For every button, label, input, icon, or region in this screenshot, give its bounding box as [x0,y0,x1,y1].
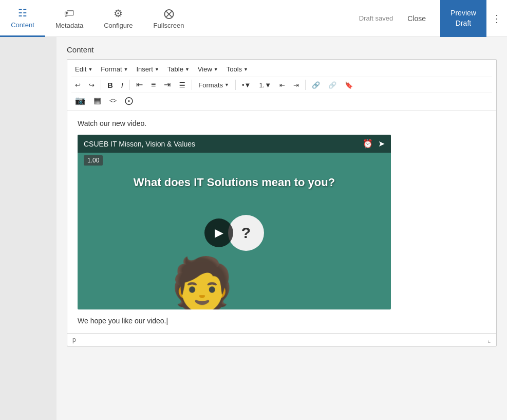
video-headline: What does IT Solutions mean to you? [78,176,391,189]
outdent-button[interactable]: ⇤ [276,80,289,90]
editor-body[interactable]: Watch our new video. CSUEB IT Misson, Vi… [67,111,496,333]
align-left-button[interactable]: ⇤ [133,79,146,91]
insert-caret: ▼ [155,67,159,72]
ordered-list-button[interactable]: 1.▼ [255,80,275,90]
divider-1 [101,80,101,90]
undo-button[interactable]: ↩ [71,80,84,90]
insert-media-button[interactable]: ▦ [90,95,105,107]
unordered-list-button[interactable]: •▼ [238,80,254,90]
italic-button[interactable]: I [118,79,127,91]
play-button[interactable]: ▶ [204,218,233,247]
bold-button[interactable]: B [104,79,117,91]
content-icon: ☷ [18,7,27,19]
toolbar-insert-row: 📷 ▦ <> ⨀ [71,93,492,108]
formats-caret: ▼ [224,82,229,87]
statusbar-tag: p [72,336,76,343]
source-code-button[interactable]: <> [106,96,120,106]
view-caret: ▼ [214,67,218,72]
tools-caret: ▼ [243,67,248,72]
divider-4 [235,80,236,90]
top-bar: ☷ Content 🏷 Metadata ⚙ Configure ⨂ Fulls… [0,0,507,37]
tab-fullscreen-label: Fullscreen [154,22,184,29]
fullscreen-tab-icon: ⨂ [164,7,174,20]
video-share-icon: ➤ [378,139,385,149]
video-title: CSUEB IT Misson, Vision & Values [84,140,195,148]
preview-draft-button[interactable]: PreviewDraft [440,0,486,37]
format-caret: ▼ [124,67,128,72]
toolbar: Edit ▼ Format ▼ Insert ▼ Table ▼ [67,60,496,111]
main-area: Content Edit ▼ Format ▼ Insert ▼ [0,37,507,420]
more-options-button[interactable]: ⋮ [486,9,507,28]
edit-menu[interactable]: Edit ▼ [71,63,96,75]
content-section-label: Content [67,45,497,54]
divider-3 [192,80,192,90]
outro-text: We hope you like our video. [78,317,486,325]
left-sidebar [0,37,57,420]
view-menu[interactable]: View ▼ [194,63,222,75]
intro-text: Watch our new video. [78,119,486,127]
indent-button[interactable]: ⇥ [290,80,303,90]
table-caret: ▼ [185,67,190,72]
video-character: 🧑 [170,258,234,309]
video-clock-icon: ⏰ [363,139,373,149]
editor-fullscreen-button[interactable]: ⨀ [121,95,137,107]
insert-image-button[interactable]: 📷 [71,95,89,107]
tab-metadata[interactable]: 🏷 Metadata [45,0,93,37]
editor-container: Edit ▼ Format ▼ Insert ▼ Table ▼ [67,59,497,346]
tab-configure-label: Configure [104,22,133,29]
video-center: ▶ ? [204,215,264,251]
formats-dropdown[interactable]: Formats ▼ [195,79,233,91]
video-embed[interactable]: CSUEB IT Misson, Vision & Values ⏰ ➤ 1.0… [78,135,391,309]
insert-menu[interactable]: Insert ▼ [133,63,162,75]
tools-menu[interactable]: Tools ▼ [223,63,252,75]
edit-caret: ▼ [88,67,92,72]
resize-handle[interactable]: ⌞ [487,336,491,344]
toolbar-menu-row: Edit ▼ Format ▼ Insert ▼ Table ▼ [71,62,492,77]
tab-fullscreen[interactable]: ⨂ Fullscreen [143,0,195,37]
top-bar-right: Draft saved Close [359,11,440,26]
toolbar-format-row: ↩ ↪ B I ⇤ ≡ ⇥ ≣ Formats ▼ •▼ [71,77,492,93]
format-menu[interactable]: Format ▼ [97,63,132,75]
video-top-icons: ⏰ ➤ [363,139,385,149]
close-button[interactable]: Close [401,11,432,26]
editor-statusbar: p ⌞ [67,333,496,346]
link-button[interactable]: 🔗 [308,80,324,90]
tab-content-label: Content [11,21,34,29]
content-panel: Content Edit ▼ Format ▼ Insert ▼ [57,37,507,420]
tab-configure[interactable]: ⚙ Configure [93,0,143,37]
align-center-button[interactable]: ≡ [147,79,159,91]
bookmark-button[interactable]: 🔖 [341,80,356,90]
align-justify-button[interactable]: ≣ [175,79,189,91]
tab-metadata-label: Metadata [55,22,83,29]
tab-content[interactable]: ☷ Content [0,0,45,37]
metadata-icon: 🏷 [64,8,74,20]
redo-button[interactable]: ↪ [85,80,98,90]
align-right-button[interactable]: ⇥ [160,79,174,91]
video-top-bar: CSUEB IT Misson, Vision & Values ⏰ ➤ [78,135,391,153]
table-menu[interactable]: Table ▼ [164,63,193,75]
divider-5 [305,80,306,90]
unlink-button[interactable]: 🔗 [325,80,340,90]
video-badge: 1.00 [84,155,103,166]
question-bubble: ? [228,215,264,251]
configure-icon: ⚙ [114,7,123,20]
divider-2 [129,80,130,90]
draft-saved-status: Draft saved [359,14,393,22]
